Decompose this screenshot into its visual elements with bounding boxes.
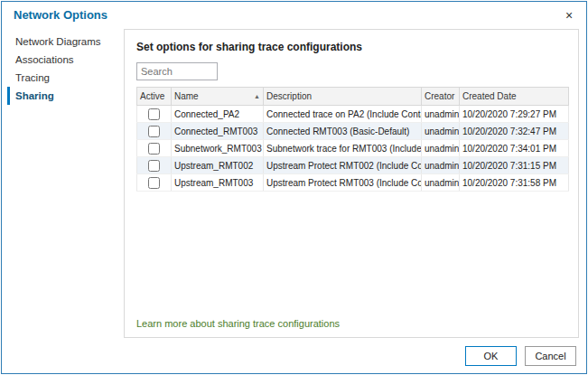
name-cell: Upstream_RMT002 (172, 157, 264, 174)
learn-more-link[interactable]: Learn more about sharing trace configura… (136, 318, 340, 329)
active-cell (137, 157, 172, 174)
sidebar: Network Diagrams Associations Tracing Sh… (2, 33, 124, 105)
table-row[interactable]: Subnetwork_RMT003 Subnetwork trace for R… (137, 140, 569, 157)
column-header-name[interactable]: Name ▲ (172, 88, 264, 106)
cancel-button[interactable]: Cancel (525, 346, 576, 366)
sidebar-item-sharing[interactable]: Sharing (7, 87, 124, 105)
active-checkbox[interactable] (148, 160, 160, 172)
description-cell: Connected RMT003 (Basic-Default) (264, 123, 422, 140)
creator-cell: unadmin (422, 157, 460, 174)
sidebar-item-tracing[interactable]: Tracing (7, 69, 124, 87)
creator-cell: unadmin (422, 140, 460, 157)
description-cell: Upstream Protect RMT003 (Include Content… (264, 174, 422, 192)
table-row[interactable]: Upstream_RMT003 Upstream Protect RMT003 … (137, 174, 569, 192)
table-row[interactable]: Connected_RMT003 Connected RMT003 (Basic… (137, 123, 569, 140)
active-checkbox[interactable] (148, 108, 160, 120)
close-icon[interactable]: × (559, 5, 579, 25)
table-row[interactable]: Upstream_RMT002 Upstream Protect RMT002 … (137, 157, 569, 174)
active-cell (137, 140, 172, 157)
description-cell: Upstream Protect RMT002 (Include Contain… (264, 157, 422, 174)
created-date-cell: 10/20/2020 7:32:47 PM (460, 123, 569, 140)
table-row[interactable]: Connected_PA2 Connected trace on PA2 (In… (137, 106, 569, 123)
sort-ascending-icon: ▲ (254, 93, 260, 99)
dialog-title: Network Options (14, 8, 107, 22)
created-date-cell: 10/20/2020 7:34:01 PM (460, 140, 569, 157)
ok-button[interactable]: OK (465, 346, 517, 366)
active-checkbox[interactable] (148, 177, 160, 189)
sidebar-item-associations[interactable]: Associations (7, 51, 124, 69)
description-cell: Subnetwork trace for RMT003 (Include Con… (264, 140, 422, 157)
created-date-cell: 10/20/2020 7:31:58 PM (460, 174, 569, 192)
creator-cell: unadmin (422, 106, 460, 123)
active-checkbox[interactable] (148, 126, 160, 137)
sidebar-item-network-diagrams[interactable]: Network Diagrams (7, 33, 124, 51)
titlebar: Network Options × (2, 2, 586, 29)
column-header-description[interactable]: Description (264, 88, 422, 106)
created-date-cell: 10/20/2020 7:31:15 PM (460, 157, 569, 174)
description-cell: Connected trace on PA2 (Include Containe… (264, 106, 422, 123)
search-input[interactable] (136, 62, 218, 80)
column-header-creator[interactable]: Creator (422, 88, 460, 106)
name-cell: Upstream_RMT003 (172, 174, 264, 192)
active-cell (137, 123, 172, 140)
trace-config-table: Active Name ▲ Description Creator Create… (136, 87, 569, 192)
dialog-footer: OK Cancel (465, 346, 576, 366)
created-date-cell: 10/20/2020 7:29:27 PM (460, 106, 569, 123)
name-cell: Connected_RMT003 (172, 123, 264, 140)
table-header-row: Active Name ▲ Description Creator Create… (137, 88, 569, 106)
name-cell: Subnetwork_RMT003 (172, 140, 264, 157)
active-cell (137, 106, 172, 123)
creator-cell: unadmin (422, 123, 460, 140)
column-header-created-date[interactable]: Created Date (460, 88, 569, 106)
active-checkbox[interactable] (148, 143, 160, 155)
panel-heading: Set options for sharing trace configurat… (136, 41, 578, 53)
active-cell (137, 174, 172, 192)
column-header-active[interactable]: Active (137, 88, 172, 106)
name-cell: Connected_PA2 (172, 106, 264, 123)
creator-cell: unadmin (422, 174, 460, 192)
sharing-panel: Set options for sharing trace configurat… (124, 29, 579, 338)
network-options-dialog: Network Options × Network Diagrams Assoc… (1, 1, 587, 374)
